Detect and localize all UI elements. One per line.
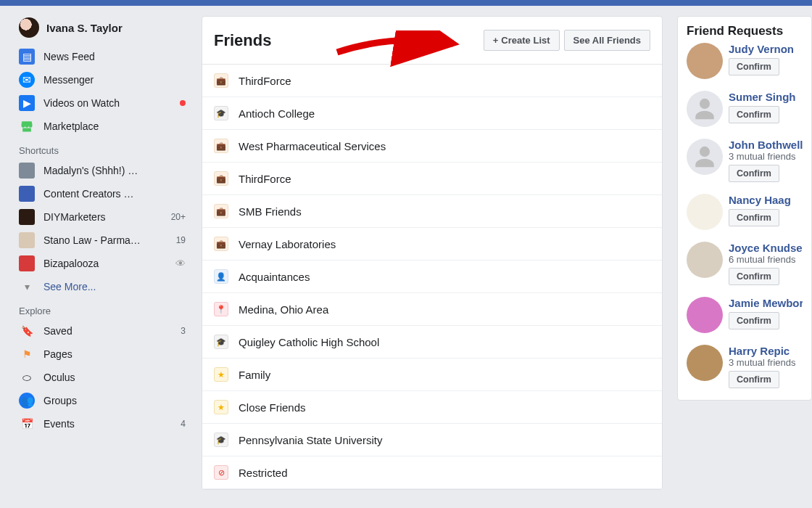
oculus-icon: ⬭ [19,369,35,385]
button-label: Create List [501,35,550,46]
grad-icon: 🎓 [214,433,228,447]
see-all-friends-button[interactable]: See All Friends [564,30,650,51]
badge: 4 [181,419,186,429]
confirm-button[interactable]: Confirm [729,312,779,329]
avatar[interactable] [687,43,723,79]
list-item-label: Restricted [239,467,288,479]
nav-marketplace[interactable]: Marketplace [14,115,190,138]
profile-link[interactable]: Ivana S. Taylor [14,13,190,42]
badge: 20+ [171,212,186,222]
shortcut-item[interactable]: Content Creators … [14,182,190,205]
avatar[interactable] [687,242,723,278]
friend-list-item[interactable]: 💼 Vernay Laboratories [202,228,662,261]
news-feed-icon: ▤ [19,49,35,65]
friend-list-item[interactable]: ★ Close Friends [202,391,662,424]
shortcut-item[interactable]: Bizapalooza 👁 [14,252,190,275]
nav-news-feed[interactable]: ▤ News Feed [14,45,190,68]
nav-label: Marketplace [44,120,186,132]
profile-name: Ivana S. Taylor [46,22,186,34]
request-name[interactable]: Judy Vernon [729,43,803,55]
avatar[interactable] [687,194,723,230]
create-list-button[interactable]: + Create List [484,30,560,51]
friends-card-header: Friends + Create List See All Friends [202,17,662,65]
nav-events[interactable]: 📅 Events 4 [14,412,190,435]
pin-icon: 📍 [214,302,228,316]
grad-icon: 🎓 [214,106,228,120]
confirm-button[interactable]: Confirm [729,209,779,226]
shortcut-icon [19,232,35,248]
nav-label: Videos on Watch [44,97,175,109]
nav-label: Messenger [44,74,186,86]
restr-icon: ⊘ [214,465,228,480]
friend-list-item[interactable]: 🎓 Antioch College [202,97,662,130]
avatar[interactable] [687,139,723,175]
friend-request-item: Sumer Singh Confirm [687,91,803,127]
see-more-label: See More... [44,281,186,292]
confirm-button[interactable]: Confirm [729,165,779,182]
request-name[interactable]: Nancy Haag [729,194,803,206]
hidden-icon: 👁 [175,258,186,269]
pages-icon: ⚑ [19,346,35,362]
list-item-label: West Pharmaceutical Services [239,140,386,152]
friend-list-item[interactable]: 💼 ThirdForce [202,65,662,97]
nav-groups[interactable]: 👥 Groups [14,389,190,412]
shortcuts-header: Shortcuts [14,138,190,159]
star-icon: ★ [214,367,228,382]
shortcut-item[interactable]: Stano Law - Parma… 19 [14,229,190,252]
main-column: Friends + Create List See All Friends 💼 … [194,6,670,508]
request-name[interactable]: Jamie Mewborn [729,297,803,309]
friend-list-item[interactable]: ⊘ Restricted [202,456,662,489]
friend-requests-title: Friend Requests [687,24,803,38]
shortcut-item[interactable]: Madalyn's (Shhh!) … [14,159,190,182]
list-item-label: Antioch College [239,107,315,120]
request-name[interactable]: Harry Repic [729,345,803,357]
brief-icon: 💼 [214,171,228,186]
nav-oculus[interactable]: ⬭ Oculus [14,366,190,389]
friend-list-item[interactable]: 👤 Acquaintances [202,261,662,293]
friend-request-item: Jamie Mewborn Confirm [687,297,803,333]
avatar[interactable] [687,91,723,127]
avatar[interactable] [687,297,723,333]
request-name[interactable]: Joyce Knudsen [729,242,803,254]
shortcut-item[interactable]: DIYMarketers 20+ [14,205,190,229]
friend-request-item: Judy Vernon Confirm [687,43,803,79]
friend-list-item[interactable]: 📍 Medina, Ohio Area [202,293,662,326]
shortcut-label: Bizapalooza [44,258,171,269]
friend-list-item[interactable]: ★ Family [202,359,662,391]
acq-icon: 👤 [214,269,228,284]
friend-list-item[interactable]: 💼 West Pharmaceutical Services [202,130,662,163]
confirm-button[interactable]: Confirm [729,371,779,388]
confirm-button[interactable]: Confirm [729,106,779,123]
nav-videos[interactable]: ▶ Videos on Watch [14,91,190,115]
list-item-label: ThirdForce [239,173,291,185]
confirm-button[interactable]: Confirm [729,58,779,75]
brief-icon: 💼 [214,73,228,88]
request-name[interactable]: Sumer Singh [729,91,803,103]
friend-list-item[interactable]: 🎓 Quigley Catholic High School [202,326,662,359]
friend-list-item[interactable]: 🎓 Pennsylvania State University [202,424,662,456]
list-item-label: Vernay Laboratories [239,238,336,250]
shortcut-label: Madalyn's (Shhh!) … [44,165,186,176]
right-column: Friend Requests Judy Vernon Confirm Sume… [670,6,812,508]
shortcut-label: DIYMarketers [44,211,167,223]
saved-icon: 🔖 [19,323,35,339]
friend-request-item: Nancy Haag Confirm [687,194,803,230]
confirm-button[interactable]: Confirm [729,268,779,285]
badge: 3 [181,326,186,336]
nav-saved[interactable]: 🔖 Saved 3 [14,319,190,343]
list-item-label: Pennsylvania State University [239,434,382,446]
request-name[interactable]: John Bothwell [729,139,803,151]
friend-list-item[interactable]: 💼 SMB Friends [202,195,662,228]
nav-pages[interactable]: ⚑ Pages [14,343,190,366]
nav-label: Saved [44,325,176,337]
avatar[interactable] [687,345,723,381]
messenger-icon: ✉ [19,72,35,88]
friend-request-item: Harry Repic 3 mutual friends Confirm [687,345,803,388]
nav-messenger[interactable]: ✉ Messenger [14,68,190,91]
friends-title: Friends [214,31,479,50]
friend-list-item[interactable]: 💼 ThirdForce [202,163,662,195]
avatar [19,17,39,38]
list-item-label: ThirdForce [239,75,291,87]
see-more-link[interactable]: ▾ See More... [14,275,190,298]
shortcut-icon [19,209,35,225]
